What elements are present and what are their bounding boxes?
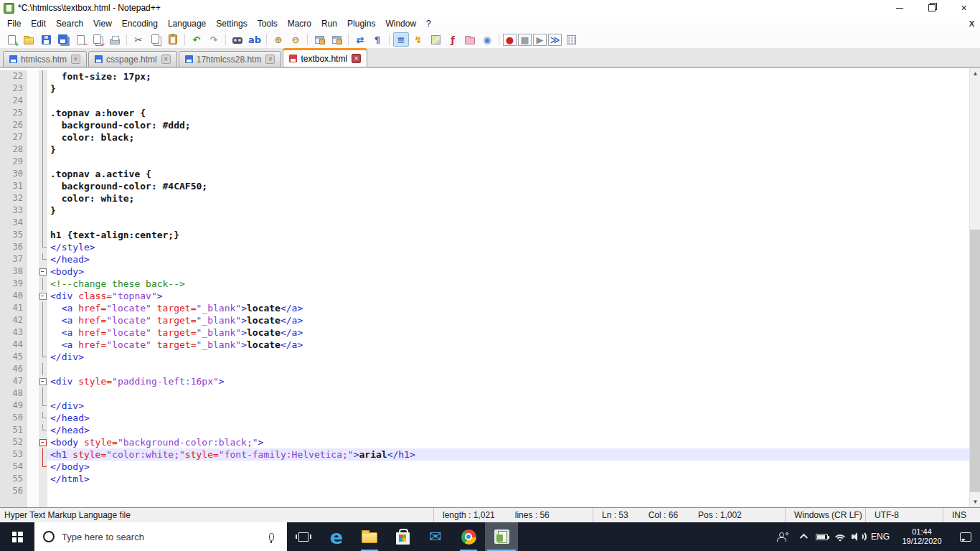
battery-button[interactable]: [812, 522, 831, 551]
code-text[interactable]: }: [47, 83, 969, 95]
minimize-button[interactable]: [883, 0, 915, 16]
tab-csspage-html[interactable]: csspage.html×: [88, 51, 177, 67]
menu-language[interactable]: Language: [163, 17, 211, 30]
new-file-icon[interactable]: +: [4, 32, 19, 47]
close-button[interactable]: ×: [948, 0, 980, 16]
fold-toggle-icon[interactable]: [39, 290, 47, 302]
function-completion-icon[interactable]: ↯: [410, 32, 426, 47]
code-text[interactable]: .topnav a:hover {: [47, 107, 969, 119]
code-text[interactable]: .topnav a.active {: [47, 168, 969, 180]
code-text[interactable]: </html>: [47, 473, 969, 485]
tab-close-icon[interactable]: ×: [265, 55, 275, 64]
find-icon[interactable]: [230, 32, 245, 47]
taskbar-app-notepad-plus-plus[interactable]: [485, 522, 518, 551]
clock[interactable]: 01:44 19/12/2020: [892, 522, 951, 551]
save-all-icon[interactable]: [55, 32, 71, 47]
open-file-icon[interactable]: [21, 32, 37, 47]
code-text[interactable]: [47, 363, 969, 375]
code-text[interactable]: font-size: 17px;: [47, 70, 969, 83]
paste-icon[interactable]: [165, 32, 181, 47]
restore-button[interactable]: [915, 0, 948, 16]
run-macro-multiple-times-icon[interactable]: ≫: [548, 34, 562, 46]
menu-settings[interactable]: Settings: [211, 17, 252, 30]
indent-guide-icon[interactable]: ≡: [393, 32, 409, 47]
scrollbar-thumb[interactable]: [970, 230, 980, 492]
language-indicator[interactable]: ENG: [868, 522, 892, 551]
code-text[interactable]: <body style="background-color:black;">: [47, 436, 969, 448]
cut-icon[interactable]: ✂: [131, 32, 146, 47]
code-text[interactable]: }: [47, 143, 969, 156]
tab-close-icon[interactable]: ×: [161, 55, 171, 64]
taskbar-app-microsoft-store[interactable]: [386, 522, 419, 551]
zoom-in-icon[interactable]: ⊕: [270, 32, 286, 47]
menu-search[interactable]: Search: [51, 17, 88, 30]
code-text[interactable]: </head>: [47, 253, 969, 265]
menu-run[interactable]: Run: [316, 17, 342, 30]
code-area[interactable]: 22 font-size: 17px;23}2425.topnav a:hove…: [0, 68, 969, 507]
code-text[interactable]: </style>: [47, 241, 969, 253]
taskbar-app-file-explorer[interactable]: [353, 522, 386, 551]
copy-icon[interactable]: [148, 32, 164, 47]
code-text[interactable]: [47, 156, 969, 168]
fold-toggle-icon[interactable]: [39, 436, 47, 448]
fold-toggle-icon[interactable]: [39, 375, 47, 387]
code-text[interactable]: background-color: #ddd;: [47, 119, 969, 131]
tab-close-icon[interactable]: ×: [352, 54, 361, 63]
word-wrap-icon[interactable]: ⇄: [352, 32, 368, 47]
zoom-out-icon[interactable]: ⊖: [288, 32, 303, 47]
menu-macro[interactable]: Macro: [283, 17, 316, 30]
people-button[interactable]: [772, 522, 793, 551]
code-text[interactable]: <body>: [47, 265, 969, 278]
taskbar-search[interactable]: Type here to search: [34, 522, 287, 551]
taskbar-app-edge[interactable]: e: [320, 522, 353, 551]
menu-tools[interactable]: Tools: [253, 17, 283, 30]
code-text[interactable]: <a href="locate" target="_blank">locate<…: [47, 302, 969, 314]
code-text[interactable]: <div style="padding-left:16px">: [47, 375, 969, 387]
stop-macro-icon[interactable]: ■: [518, 34, 532, 46]
menubar-close-icon[interactable]: X: [969, 19, 974, 28]
code-text[interactable]: <h1 style="color:white;"style="font-fami…: [47, 448, 969, 461]
close-all-files-icon[interactable]: −: [90, 32, 105, 47]
print-icon[interactable]: [107, 32, 123, 47]
tab-htmlcss-htm[interactable]: htmlcss.htm×: [3, 51, 87, 67]
close-file-icon[interactable]: −: [72, 32, 88, 47]
code-text[interactable]: </div>: [47, 351, 969, 363]
code-text[interactable]: <a href="locate" target="_blank">locate<…: [47, 326, 969, 339]
menu-window[interactable]: Window: [380, 17, 421, 30]
replace-icon[interactable]: ab: [247, 32, 263, 47]
scroll-down-icon[interactable]: ▼: [970, 496, 980, 507]
code-text[interactable]: </head>: [47, 412, 969, 424]
menu-help[interactable]: ?: [421, 17, 436, 30]
play-macro-icon[interactable]: ▶: [533, 34, 547, 46]
save-recorded-macro-icon[interactable]: [563, 32, 579, 47]
scroll-up-icon[interactable]: ▲: [970, 68, 980, 79]
code-text[interactable]: [47, 217, 969, 229]
code-text[interactable]: <div class="topnav">: [47, 290, 969, 302]
code-text[interactable]: </div>: [47, 400, 969, 412]
code-text[interactable]: </head>: [47, 424, 969, 436]
taskbar-app-chrome[interactable]: [452, 522, 485, 551]
tab-textbox-html[interactable]: textbox.html×: [283, 48, 367, 67]
function-list-icon[interactable]: ƒ: [445, 32, 461, 47]
code-text[interactable]: color: black;: [47, 131, 969, 143]
code-text[interactable]: [47, 95, 969, 107]
redo-icon[interactable]: ↷: [206, 32, 222, 47]
show-all-characters-icon[interactable]: ¶: [369, 32, 385, 47]
sync-vertical-scrolling-icon[interactable]: [311, 32, 327, 47]
folder-as-workspace-icon[interactable]: [462, 32, 478, 47]
action-center-button[interactable]: [951, 522, 980, 551]
menu-plugins[interactable]: Plugins: [342, 17, 380, 30]
code-text[interactable]: <a href="locate" target="_blank">locate<…: [47, 339, 969, 351]
menu-view[interactable]: View: [88, 17, 117, 30]
menu-file[interactable]: File: [2, 17, 26, 30]
vertical-scrollbar[interactable]: ▲ ▼: [969, 68, 980, 507]
tab-17htmlcss28-htm[interactable]: 17htmlcss28.htm×: [179, 51, 282, 67]
code-text[interactable]: background-color: #4CAF50;: [47, 180, 969, 192]
taskbar-app-mail[interactable]: ✉: [419, 522, 452, 551]
code-text[interactable]: color: white;: [47, 192, 969, 204]
code-text[interactable]: <a href="locate" target="_blank">locate<…: [47, 314, 969, 326]
record-macro-icon[interactable]: ●: [503, 34, 517, 46]
code-text[interactable]: [47, 485, 969, 497]
tab-close-icon[interactable]: ×: [71, 55, 80, 64]
code-text[interactable]: }: [47, 204, 969, 217]
